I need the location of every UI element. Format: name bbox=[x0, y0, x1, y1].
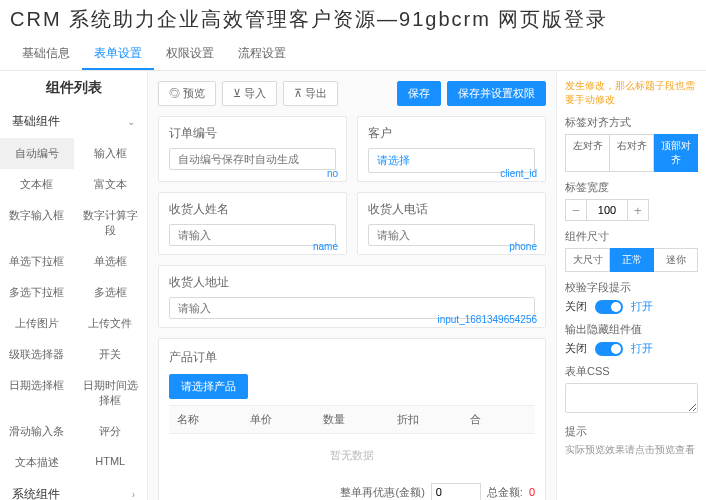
field-label: 收货人电话 bbox=[368, 201, 535, 218]
canvas-toolbar: ◎ 预览 ⊻ 导入 ⊼ 导出 保存 保存并设置权限 bbox=[158, 81, 546, 106]
discount-label: 整单再优惠(金额) bbox=[340, 485, 424, 500]
page-title: CRM 系统助力企业高效管理客户资源—91gbcrm 网页版登录 bbox=[0, 0, 706, 39]
comp-number-input[interactable]: 数字输入框 bbox=[0, 200, 74, 246]
comp-textarea[interactable]: 文本框 bbox=[0, 169, 74, 200]
prop-css-label: 表单CSS bbox=[565, 364, 698, 379]
comp-datetime-picker[interactable]: 日期时间选择框 bbox=[74, 370, 148, 416]
col-qty: 数量 bbox=[315, 406, 388, 433]
comp-slider[interactable]: 滑动输入条 bbox=[0, 416, 74, 447]
field-label: 收货人地址 bbox=[169, 274, 535, 291]
comp-radio[interactable]: 单选框 bbox=[74, 246, 148, 277]
stepper-plus[interactable]: + bbox=[627, 199, 649, 221]
chevron-right-icon: › bbox=[132, 489, 135, 500]
basic-components-grid: 自动编号 输入框 文本框 富文本 数字输入框 数字计算字段 单选下拉框 单选框 … bbox=[0, 138, 147, 478]
form-css-input[interactable] bbox=[565, 383, 698, 413]
tip-text: 实际预览效果请点击预览查看 bbox=[565, 443, 698, 457]
comp-rate[interactable]: 评分 bbox=[74, 416, 148, 447]
on-text: 打开 bbox=[631, 299, 653, 314]
field-id: input_1681349654256 bbox=[437, 314, 537, 325]
import-button[interactable]: ⊻ 导入 bbox=[222, 81, 277, 106]
field-label: 客户 bbox=[368, 125, 535, 142]
label-width-stepper: − + bbox=[565, 199, 698, 221]
align-right[interactable]: 右对齐 bbox=[610, 134, 654, 172]
col-name: 名称 bbox=[169, 406, 242, 433]
component-sidebar: 组件列表 基础组件 ⌄ 自动编号 输入框 文本框 富文本 数字输入框 数字计算字… bbox=[0, 71, 148, 500]
product-order-title: 产品订单 bbox=[169, 349, 535, 366]
select-product-button[interactable]: 请选择产品 bbox=[169, 374, 248, 399]
total-label: 总金额: bbox=[487, 485, 523, 500]
product-order-section[interactable]: 产品订单 请选择产品 名称 单价 数量 折扣 合 暂无数据 整单再优惠(金额) … bbox=[158, 338, 546, 500]
order-no-input[interactable] bbox=[169, 148, 336, 170]
prop-size-label: 组件尺寸 bbox=[565, 229, 698, 244]
comp-html[interactable]: HTML bbox=[74, 447, 148, 478]
product-footer: 整单再优惠(金额) 总金额: 0 bbox=[169, 477, 535, 500]
size-normal[interactable]: 正常 bbox=[610, 248, 654, 272]
comp-select-multi[interactable]: 多选下拉框 bbox=[0, 277, 74, 308]
align-segment: 左对齐 右对齐 顶部对齐 bbox=[565, 134, 698, 172]
comp-switch[interactable]: 开关 bbox=[74, 339, 148, 370]
field-id: name bbox=[313, 241, 338, 252]
align-top[interactable]: 顶部对齐 bbox=[654, 134, 698, 172]
comp-input[interactable]: 输入框 bbox=[74, 138, 148, 169]
property-panel: 发生修改，那么标题子段也需要手动修改 标签对齐方式 左对齐 右对齐 顶部对齐 标… bbox=[556, 71, 706, 500]
tab-basic-info[interactable]: 基础信息 bbox=[10, 39, 82, 70]
export-button[interactable]: ⊼ 导出 bbox=[283, 81, 338, 106]
field-id: phone bbox=[509, 241, 537, 252]
col-total: 合 bbox=[462, 406, 535, 433]
tab-permission[interactable]: 权限设置 bbox=[154, 39, 226, 70]
group-basic-components[interactable]: 基础组件 ⌄ bbox=[0, 105, 147, 138]
form-canvas: ◎ 预览 ⊻ 导入 ⊼ 导出 保存 保存并设置权限 订单编号 no 客户 请选择… bbox=[148, 71, 556, 500]
comp-auto-number[interactable]: 自动编号 bbox=[0, 138, 74, 169]
field-receiver-phone[interactable]: 收货人电话 phone bbox=[357, 192, 546, 255]
col-price: 单价 bbox=[242, 406, 315, 433]
size-mini[interactable]: 迷你 bbox=[654, 248, 698, 272]
receiver-name-input[interactable] bbox=[169, 224, 336, 246]
comp-select-single[interactable]: 单选下拉框 bbox=[0, 246, 74, 277]
save-and-permission-button[interactable]: 保存并设置权限 bbox=[447, 81, 546, 106]
field-customer[interactable]: 客户 请选择 client_id bbox=[357, 116, 546, 182]
field-order-no[interactable]: 订单编号 no bbox=[158, 116, 347, 182]
preview-button[interactable]: ◎ 预览 bbox=[158, 81, 216, 106]
empty-placeholder: 暂无数据 bbox=[169, 434, 535, 477]
comp-upload-image[interactable]: 上传图片 bbox=[0, 308, 74, 339]
align-left[interactable]: 左对齐 bbox=[565, 134, 610, 172]
field-receiver-name[interactable]: 收货人姓名 name bbox=[158, 192, 347, 255]
stepper-minus[interactable]: − bbox=[565, 199, 587, 221]
prop-label-width: 标签宽度 bbox=[565, 180, 698, 195]
comp-upload-file[interactable]: 上传文件 bbox=[74, 308, 148, 339]
validate-switch[interactable] bbox=[595, 300, 623, 314]
product-table-header: 名称 单价 数量 折扣 合 bbox=[169, 405, 535, 434]
comp-richtext[interactable]: 富文本 bbox=[74, 169, 148, 200]
size-large[interactable]: 大尺寸 bbox=[565, 248, 610, 272]
on-text: 打开 bbox=[631, 341, 653, 356]
group-label: 基础组件 bbox=[12, 113, 60, 130]
field-id: no bbox=[327, 168, 338, 179]
col-discount: 折扣 bbox=[389, 406, 462, 433]
prop-tip-label: 提示 bbox=[565, 424, 698, 439]
field-label: 收货人姓名 bbox=[169, 201, 336, 218]
size-segment: 大尺寸 正常 迷你 bbox=[565, 248, 698, 272]
field-label: 订单编号 bbox=[169, 125, 336, 142]
prop-align-label: 标签对齐方式 bbox=[565, 115, 698, 130]
comp-cascader[interactable]: 级联选择器 bbox=[0, 339, 74, 370]
field-id: client_id bbox=[500, 168, 537, 179]
label-width-input[interactable] bbox=[587, 199, 627, 221]
comp-number-calc[interactable]: 数字计算字段 bbox=[74, 200, 148, 246]
tab-workflow[interactable]: 流程设置 bbox=[226, 39, 298, 70]
top-tabs: 基础信息 表单设置 权限设置 流程设置 bbox=[0, 39, 706, 71]
field-receiver-address[interactable]: 收货人地址 input_1681349654256 bbox=[158, 265, 546, 328]
discount-input[interactable] bbox=[431, 483, 481, 500]
comp-date-picker[interactable]: 日期选择框 bbox=[0, 370, 74, 416]
chevron-down-icon: ⌄ bbox=[127, 116, 135, 127]
hidden-output-switch[interactable] bbox=[595, 342, 623, 356]
prop-validate-label: 校验字段提示 bbox=[565, 280, 698, 295]
group-system-components[interactable]: 系统组件 › bbox=[0, 478, 147, 500]
tab-form-design[interactable]: 表单设置 bbox=[82, 39, 154, 70]
off-text: 关闭 bbox=[565, 299, 587, 314]
save-button[interactable]: 保存 bbox=[397, 81, 441, 106]
comp-checkbox[interactable]: 多选框 bbox=[74, 277, 148, 308]
group-label: 系统组件 bbox=[12, 486, 60, 500]
prop-hidden-label: 输出隐藏组件值 bbox=[565, 322, 698, 337]
comp-text-desc[interactable]: 文本描述 bbox=[0, 447, 74, 478]
total-amount: 0 bbox=[529, 486, 535, 498]
